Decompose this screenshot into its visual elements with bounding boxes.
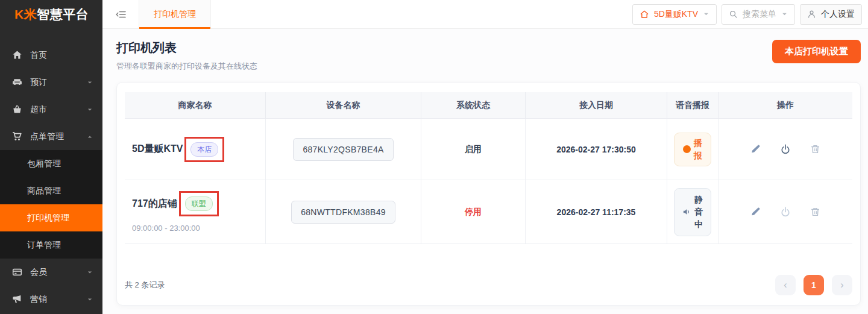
chevron-up-icon [87,132,93,142]
page-title: 打印机列表 [116,40,257,56]
record-count: 共 2 条记录 [125,280,165,290]
access-date: 2026-02-27 17:30:50 [556,145,636,154]
merchant-cell: 5D量贩KTV 本店 [125,119,266,180]
menu-search-dropdown[interactable]: 搜索菜单 [722,4,795,25]
power-toggle-icon[interactable] [780,144,791,155]
sidebar-subitem-room-mgmt[interactable]: 包厢管理 [0,150,102,177]
cart-icon [12,131,22,142]
store-selector[interactable]: 5D量贩KTV [632,4,717,25]
delete-icon[interactable] [810,207,820,218]
chevron-down-icon [87,78,93,87]
tab-label: 打印机管理 [154,9,196,20]
topbar-controls: 5D量贩KTV 搜索菜单 个人设置 [632,4,868,25]
sidebar-item-home[interactable]: 首页 [0,42,102,69]
topbar: 打印机管理 5D量贩KTV 搜索菜单 [102,0,868,29]
sidebar-item-label: 营销 [30,294,47,305]
col-header-merchant: 商家名称 [125,92,266,119]
profile-settings-button[interactable]: 个人设置 [800,4,862,25]
pagination: ‹ 1 › [775,275,852,295]
chevron-down-icon [703,11,709,17]
page-subtitle: 管理各联盟商家的打印设备及其在线状态 [116,61,257,72]
page-content: 打印机列表 管理各联盟商家的打印设备及其在线状态 本店打印机设置 商家名称 设备… [102,29,868,314]
sofa-icon [12,77,22,87]
sidebar-item-label: 首页 [30,50,47,61]
alliance-badge: 联盟 [185,196,213,211]
edit-icon[interactable] [750,207,761,218]
sidebar-item-marketing[interactable]: 营销 [0,286,102,313]
sub-item-label: 商品管理 [27,186,61,196]
merchant-name: 5D量贩KTV [132,143,183,155]
app-window: K米智慧平台 首页 预订 超市 点单管理 包厢管 [0,0,868,314]
date-cell: 2026-02-27 17:30:50 [526,119,667,180]
device-code-chip: 68NWTTDFKM38B49 [291,201,395,224]
col-header-date: 接入日期 [526,92,667,119]
sub-item-label: 包厢管理 [27,159,61,169]
annotation-red-box: 联盟 [179,191,219,216]
profile-settings-label: 个人设置 [821,9,855,20]
voice-button-label: 静音中 [694,193,703,230]
sidebar-item-label: 点单管理 [30,131,64,142]
chevron-down-icon [87,295,93,304]
device-cell: 68NWTTDFKM38B49 [266,180,421,244]
device-code-chip: 687KLY2QSB7BE4A [293,138,393,161]
sidebar-item-booking[interactable]: 预订 [0,69,102,96]
table-row: 5D量贩KTV 本店 687KLY2QSB7BE4A 启用 [125,119,852,180]
home-outline-icon [640,10,649,19]
access-date: 2026-02-27 11:17:35 [557,207,636,217]
date-cell: 2026-02-27 11:17:35 [526,180,667,244]
merchant-cell: 717的店铺 联盟 09:00:00 - 23:00:00 [125,180,266,244]
printer-table: 商家名称 设备名称 系统状态 接入日期 语音播报 操作 5D量贩KTV [125,92,852,244]
brand-logo-primary: K米 [14,6,37,23]
broadcast-dot-icon [683,145,691,153]
sidebar-item-supermarket[interactable]: 超市 [0,96,102,123]
sidebar: K米智慧平台 首页 预订 超市 点单管理 包厢管 [0,0,102,314]
chevron-down-icon [87,268,93,277]
merchant-name: 717的店铺 [132,198,177,210]
business-hours: 09:00:00 - 23:00:00 [132,224,200,233]
tab-printer-mgmt[interactable]: 打印机管理 [139,0,211,29]
sidebar-subitem-printer-mgmt[interactable]: 打印机管理 [0,204,102,231]
store-printer-settings-button[interactable]: 本店打印机设置 [772,40,861,63]
col-header-voice: 语音播报 [667,92,719,119]
home-icon [12,50,22,60]
voice-button-label: 播报 [694,137,703,162]
col-header-status: 系统状态 [421,92,526,119]
main-area: 打印机管理 5D量贩KTV 搜索菜单 [102,0,868,314]
store-selector-value: 5D量贩KTV [654,9,698,20]
page-number-button[interactable]: 1 [804,275,824,295]
order-mgmt-submenu: 包厢管理 商品管理 打印机管理 订单管理 [0,150,102,259]
card-icon [12,267,22,277]
table-footer: 共 2 条记录 ‹ 1 › [125,264,852,295]
sidebar-item-label: 会员 [30,267,47,278]
sidebar-item-members[interactable]: 会员 [0,259,102,286]
col-header-actions: 操作 [719,92,852,119]
chevron-down-icon [781,11,788,17]
table-header-row: 商家名称 设备名称 系统状态 接入日期 语音播报 操作 [125,92,852,119]
sidebar-subitem-orders-mgmt[interactable]: 订单管理 [0,231,102,259]
next-page-button[interactable]: › [832,275,852,295]
chevron-down-icon [87,105,93,115]
voice-broadcast-button[interactable]: 播报 [674,133,711,166]
actions-cell [719,180,852,244]
table-row: 717的店铺 联盟 09:00:00 - 23:00:00 68NWTTDFKM… [125,180,852,244]
sidebar-subitem-goods-mgmt[interactable]: 商品管理 [0,177,102,204]
basket-icon [12,104,22,115]
status-disabled-text: 停用 [465,207,482,218]
voice-muted-button[interactable]: 静音中 [674,188,711,236]
self-store-badge: 本店 [190,142,218,157]
delete-icon[interactable] [810,144,820,155]
brand-logo: K米智慧平台 [0,0,102,29]
sidebar-item-order-mgmt[interactable]: 点单管理 [0,123,102,150]
status-cell: 启用 [421,119,526,180]
edit-icon[interactable] [750,144,761,155]
power-toggle-icon[interactable] [780,207,791,218]
voice-cell: 播报 [667,119,719,180]
actions-cell [719,119,852,180]
printer-table-card: 商家名称 设备名称 系统状态 接入日期 语音播报 操作 5D量贩KTV [116,82,861,306]
col-header-device: 设备名称 [266,92,421,119]
prev-page-button[interactable]: ‹ [775,275,796,295]
sidebar-item-label: 预订 [30,77,47,88]
brand-logo-rest: 智慧平台 [37,6,89,23]
sidebar-collapse-icon[interactable] [116,9,127,20]
status-enabled-text: 启用 [465,144,482,155]
